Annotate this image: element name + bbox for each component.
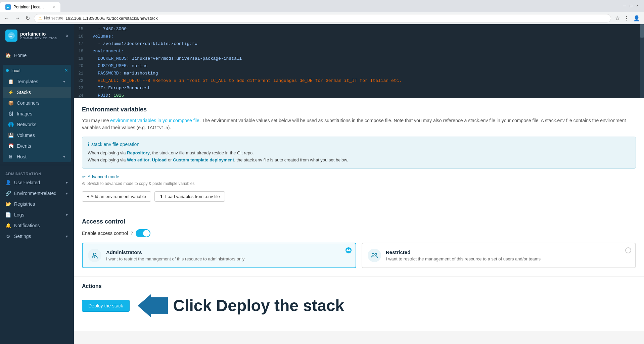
load-env-file-button[interactable]: ⬆ Load variables from .env file: [154, 191, 225, 202]
logo-icon: [5, 30, 17, 42]
toggle-slider[interactable]: [136, 229, 150, 237]
env-close-icon: ×: [65, 67, 68, 73]
deploy-container: Deploy the stack Click Deploy the stack: [82, 294, 636, 317]
host-label: Host: [17, 154, 59, 159]
settings-icon: ⚙: [5, 234, 11, 239]
restricted-radio[interactable]: [625, 247, 631, 253]
env-related-label: Environment-related: [14, 191, 62, 196]
administrators-icon: [88, 249, 101, 262]
upload-icon: ⬆: [159, 194, 163, 199]
bookmark-button[interactable]: ☆: [614, 14, 621, 23]
svg-point-5: [93, 253, 96, 256]
browser-tab[interactable]: P Portainer | loca... ×: [0, 2, 60, 12]
info-box-line2: When deploying via Web editor, Upload or…: [88, 157, 630, 164]
access-control-toggle[interactable]: [136, 229, 150, 237]
svg-marker-10: [138, 294, 168, 317]
env-related-icon: 🔗: [5, 191, 11, 196]
not-secure-label: Not secure: [44, 16, 63, 20]
administrators-title: Administrators: [106, 249, 245, 255]
sidebar-item-notifications[interactable]: 🔔 Notifications: [0, 220, 74, 231]
sidebar-item-env-related[interactable]: 🔗 Environment-related ▼: [0, 188, 74, 199]
sidebar-item-images[interactable]: 🖼 Images: [3, 108, 71, 119]
sidebar-collapse-button[interactable]: «: [65, 33, 68, 39]
url-text: 192.168.1.18:9000/#!/2/docker/stacks/new…: [65, 16, 158, 21]
address-bar[interactable]: ⚠ Not secure 192.168.1.18:9000/#!/2/dock…: [34, 14, 611, 22]
restricted-card[interactable]: Restricted I want to restrict the manage…: [362, 243, 636, 268]
close-window-button[interactable]: ×: [635, 2, 640, 9]
svg-text:P: P: [7, 6, 9, 9]
scrollbar-thumb[interactable]: [640, 24, 644, 38]
sidebar-header: portainer.io COMMUNITY EDITION «: [0, 24, 74, 47]
sidebar-item-volumes[interactable]: 💾 Volumes: [3, 130, 71, 141]
advanced-mode-desc: ⊙ Switch to advanced mode to copy & past…: [82, 181, 636, 186]
administrators-card[interactable]: Administrators I want to restrict the ma…: [82, 243, 356, 268]
templates-icon: 📋: [8, 79, 13, 84]
env-desc-text: You may use: [82, 118, 110, 123]
sidebar-item-home[interactable]: 🏠 Home: [0, 50, 74, 61]
editor-scrollbar[interactable]: [640, 24, 644, 98]
sidebar-item-containers[interactable]: 📦 Containers: [3, 98, 71, 108]
sidebar-divider: [0, 165, 74, 165]
advanced-mode-toggle[interactable]: ✏ Advanced mode: [82, 174, 636, 179]
env-name-label: local: [11, 68, 20, 73]
svg-point-2: [8, 32, 15, 39]
sidebar: portainer.io COMMUNITY EDITION « 🏠 Home …: [0, 24, 74, 344]
restricted-title: Restricted: [386, 249, 541, 255]
app-container: portainer.io COMMUNITY EDITION « 🏠 Home …: [0, 24, 644, 344]
arrow-icon: [138, 294, 168, 317]
restricted-desc: I want to restrict the management of thi…: [386, 256, 541, 261]
sidebar-item-templates[interactable]: 📋 Templates ▼: [3, 76, 71, 87]
host-icon: 🖥: [8, 154, 13, 159]
back-button[interactable]: ←: [3, 14, 11, 22]
add-env-variable-button[interactable]: + Add an environment variable: [82, 191, 151, 202]
portainer-favicon: P: [5, 4, 11, 10]
sidebar-item-settings[interactable]: ⚙ Settings ▼: [0, 231, 74, 242]
sidebar-item-events[interactable]: 📅 Events: [3, 141, 71, 151]
administrators-radio[interactable]: [346, 247, 352, 253]
svg-rect-3: [9, 35, 13, 35]
code-line-24: 24 PUID: 1026: [74, 92, 644, 98]
actions-section: Actions Deploy the stack Click Deploy th…: [74, 277, 644, 331]
sidebar-item-stacks[interactable]: ⚡ Stacks: [3, 87, 71, 98]
env-section-title: Environment variables: [82, 106, 636, 113]
user-related-label: User-related: [14, 180, 62, 185]
code-line-20: 20 CUSTOM_USER: marius: [74, 62, 644, 70]
refresh-button[interactable]: ↻: [24, 14, 31, 23]
logs-label: Logs: [14, 212, 62, 217]
browser-chrome: P Portainer | loca... × ─ □ × ← → ↻ ⚠ No…: [0, 0, 644, 24]
stack-env-info-box: ℹ stack.env file operation When deployin…: [82, 137, 636, 169]
env-section-desc: You may use environment variables in you…: [82, 117, 636, 131]
templates-chevron-icon: ▼: [62, 80, 66, 84]
info-icon: ℹ: [88, 142, 89, 147]
settings-label: Settings: [14, 234, 62, 239]
extensions-button[interactable]: ⋮: [623, 14, 631, 23]
sidebar-item-networks[interactable]: 🌐 Networks: [3, 119, 71, 130]
code-line-16: 16 volumes:: [74, 33, 644, 40]
browser-tabs: P Portainer | loca... × ─ □ ×: [0, 0, 644, 12]
sidebar-item-host[interactable]: 🖥 Host ▼: [3, 151, 71, 162]
code-line-15: 15 - 7450:3000: [74, 26, 644, 33]
deploy-stack-button[interactable]: Deploy the stack: [82, 300, 130, 312]
minimize-button[interactable]: ─: [622, 2, 627, 9]
sidebar-item-logs[interactable]: 📄 Logs ▼: [0, 209, 74, 220]
settings-chevron-icon: ▼: [65, 235, 68, 238]
code-line-23: 23 TZ: Europe/Bucharest: [74, 85, 644, 92]
containers-label: Containers: [17, 100, 66, 106]
code-line-17: 17 - /volume1/docker/darktable:/config:r…: [74, 40, 644, 48]
tab-close-button[interactable]: ×: [52, 4, 55, 10]
sidebar-item-user-related[interactable]: 👤 User-related ▼: [0, 177, 74, 188]
maximize-button[interactable]: □: [629, 2, 634, 9]
env-desc-link[interactable]: environment variables in your compose fi…: [110, 118, 199, 123]
logs-icon: 📄: [5, 212, 11, 217]
forward-button[interactable]: →: [13, 14, 21, 22]
networks-icon: 🌐: [8, 122, 13, 127]
code-editor[interactable]: 15 - 7450:3000 16 volumes: 17 - /volume1…: [74, 24, 644, 98]
containers-icon: 📦: [8, 100, 13, 106]
sidebar-env-header[interactable]: local ×: [3, 65, 71, 76]
sidebar-home-section: 🏠 Home: [0, 47, 74, 63]
logs-chevron-icon: ▼: [65, 213, 68, 217]
env-related-chevron-icon: ▼: [65, 192, 68, 195]
administrators-desc: I want to restrict the management of thi…: [106, 256, 245, 261]
profile-button[interactable]: 👤: [632, 14, 641, 23]
sidebar-item-registries[interactable]: 📂 Registries: [0, 199, 74, 209]
